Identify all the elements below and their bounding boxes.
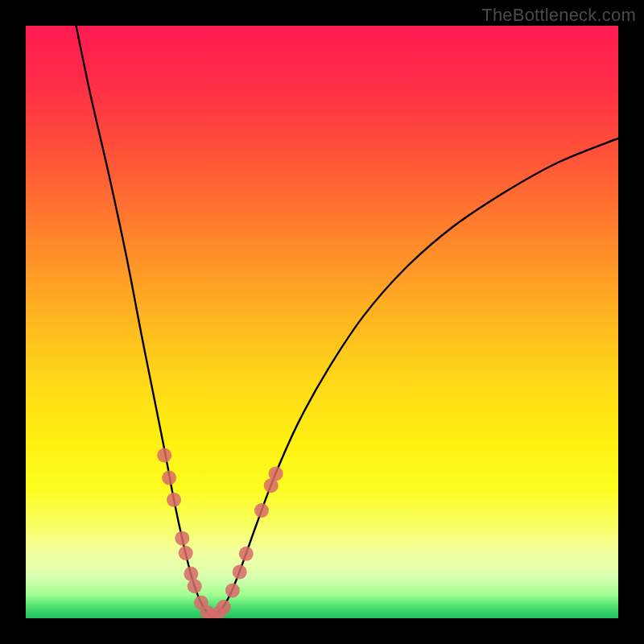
curve-right-path <box>213 138 618 617</box>
data-dot <box>179 546 193 560</box>
data-dot <box>239 547 254 561</box>
dots-group <box>157 448 283 618</box>
data-dot <box>167 493 181 507</box>
chart-svg <box>26 26 618 618</box>
data-dot <box>254 503 269 518</box>
curve-group <box>76 26 618 617</box>
plot-area <box>26 26 618 618</box>
data-dot <box>184 567 198 581</box>
chart-frame: TheBottleneck.com <box>0 0 644 644</box>
data-dot <box>188 579 202 593</box>
data-dot <box>162 471 176 485</box>
curve-left-path <box>76 26 213 617</box>
data-dot <box>233 565 247 580</box>
data-dot <box>269 466 283 481</box>
watermark-text: TheBottleneck.com <box>481 5 636 26</box>
data-dot <box>175 531 189 546</box>
data-dot <box>217 600 231 614</box>
data-dot <box>225 583 240 597</box>
data-dot <box>157 448 171 463</box>
